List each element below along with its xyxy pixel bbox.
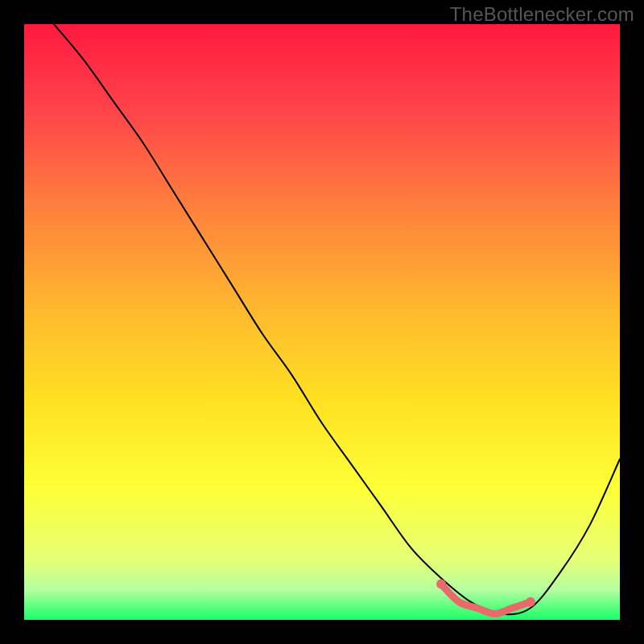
- bottleneck-curve: [54, 24, 620, 614]
- optimal-range-highlight: [441, 584, 530, 614]
- highlight-dot: [510, 605, 516, 611]
- highlight-dot: [492, 611, 498, 617]
- plot-area: [24, 24, 620, 620]
- highlight-dot: [473, 605, 480, 611]
- chart-frame: TheBottlenecker.com: [0, 0, 644, 644]
- highlight-dot: [526, 597, 535, 607]
- watermark-text: TheBottlenecker.com: [450, 3, 634, 26]
- highlight-dot: [436, 580, 446, 589]
- highlight-dot: [456, 599, 462, 605]
- curve-layer: [24, 24, 620, 620]
